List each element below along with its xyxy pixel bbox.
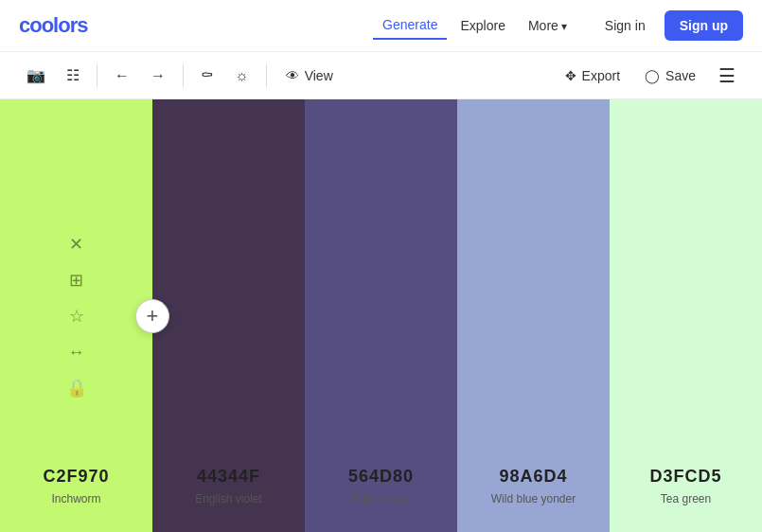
redo-icon: → xyxy=(151,67,166,84)
camera-icon: 📷 xyxy=(27,66,45,84)
grid-icon[interactable]: ⊞ xyxy=(69,272,83,289)
color-swatch[interactable]: 98A6D4Wild blue yonder xyxy=(457,99,610,532)
nav-more[interactable]: More xyxy=(519,12,576,39)
nav-links: Generate Explore More xyxy=(373,11,576,40)
signup-button[interactable]: Sign up xyxy=(665,10,743,41)
color-swatch[interactable]: 564D80Purple navy xyxy=(305,99,457,532)
separator-2 xyxy=(183,64,184,87)
swatch-hex: 98A6D4 xyxy=(499,467,567,487)
nav-explore[interactable]: Explore xyxy=(451,12,514,39)
separator-1 xyxy=(97,64,97,87)
color-swatch[interactable]: D3FCD5Tea green xyxy=(610,99,762,532)
accessibility-button[interactable]: ⚰ xyxy=(193,61,222,90)
swatch-name: Tea green xyxy=(661,492,711,505)
swatch-name: English violet xyxy=(195,492,262,505)
signin-button[interactable]: Sign in xyxy=(595,12,655,39)
brightness-button[interactable]: ☼ xyxy=(227,62,257,90)
logo: coolors xyxy=(19,13,87,38)
nav-actions: Sign in Sign up xyxy=(595,10,743,41)
swatch-hex: C2F970 xyxy=(43,467,109,487)
close-icon[interactable]: ✕ xyxy=(69,236,83,253)
accessibility-icon: ⚰ xyxy=(201,66,214,84)
redo-button[interactable]: → xyxy=(143,62,173,90)
columns-icon: ☷ xyxy=(66,66,80,84)
save-label: Save xyxy=(665,68,696,83)
eye-icon: 👁 xyxy=(286,68,299,83)
separator-3 xyxy=(266,64,267,87)
swatch-name: Inchworm xyxy=(51,492,100,505)
swatch-hex: D3FCD5 xyxy=(649,467,721,487)
columns-button[interactable]: ☷ xyxy=(59,61,87,90)
swatch-tools: ✕⊞☆↔🔒 xyxy=(66,236,87,397)
lock-icon[interactable]: 🔒 xyxy=(66,380,87,397)
nav-generate[interactable]: Generate xyxy=(373,11,447,40)
hamburger-icon: ☰ xyxy=(718,64,735,87)
color-palette: ✕⊞☆↔🔒C2F970Inchworm+44344FEnglish violet… xyxy=(0,99,762,532)
share-icon: ✥ xyxy=(565,68,576,83)
camera-button[interactable]: 📷 xyxy=(19,61,53,90)
navbar: coolors Generate Explore More Sign in Si… xyxy=(0,0,762,52)
star-icon[interactable]: ☆ xyxy=(69,308,84,325)
undo-button[interactable]: ← xyxy=(107,62,137,90)
export-button[interactable]: ✥ Export xyxy=(556,62,629,89)
toolbar: 📷 ☷ ← → ⚰ ☼ 👁 View ✥ Export ◯ Save ☰ xyxy=(0,52,762,99)
view-label: View xyxy=(305,68,333,83)
save-button[interactable]: ◯ Save xyxy=(635,62,705,89)
brightness-icon: ☼ xyxy=(235,67,249,84)
undo-icon: ← xyxy=(115,67,130,84)
export-label: Export xyxy=(582,68,620,83)
view-button[interactable]: 👁 View xyxy=(276,62,343,89)
menu-button[interactable]: ☰ xyxy=(711,59,743,93)
color-swatch[interactable]: ✕⊞☆↔🔒C2F970Inchworm xyxy=(0,99,152,532)
add-color-button[interactable]: + xyxy=(135,299,169,333)
swatch-name: Wild blue yonder xyxy=(491,492,576,505)
color-swatch[interactable]: +44344FEnglish violet xyxy=(152,99,305,532)
bookmark-icon: ◯ xyxy=(645,68,660,83)
swatch-hex: 44344F xyxy=(197,467,260,487)
toolbar-right: ✥ Export ◯ Save ☰ xyxy=(556,59,743,93)
swatch-hex: 564D80 xyxy=(348,467,414,487)
swap-icon[interactable]: ↔ xyxy=(68,344,85,361)
chevron-down-icon xyxy=(561,18,567,33)
swatch-name: Purple navy xyxy=(351,492,411,505)
